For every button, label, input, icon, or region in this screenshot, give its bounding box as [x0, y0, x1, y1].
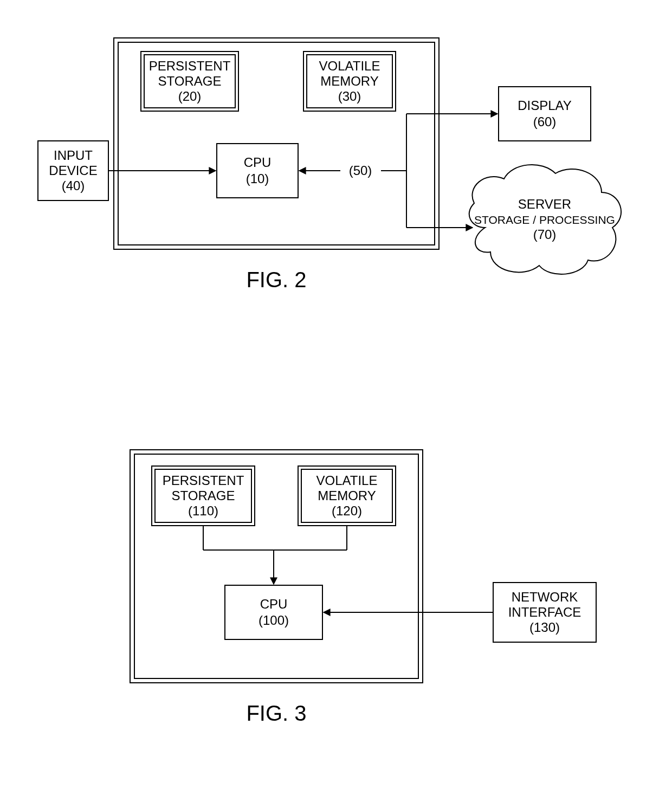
fig2-cpu-l2: (10) [246, 171, 269, 186]
fig2-link-label: (50) [349, 163, 372, 178]
fig2-display: DISPLAY (60) [499, 87, 591, 141]
fig2-id-l3: (40) [62, 178, 85, 193]
fig2-sv-l3: (70) [533, 227, 557, 242]
fig3-ps-l1: PERSISTENT [163, 473, 244, 488]
fig2-ps-l3: (20) [178, 89, 202, 104]
fig3-ni-l2: INTERFACE [508, 605, 581, 619]
svg-rect-6 [499, 87, 591, 141]
fig3-ni-l1: NETWORK [512, 590, 578, 604]
fig2-server-cloud: SERVER STORAGE / PROCESSING (70) [469, 165, 621, 274]
fig3-vm-l1: VOLATILE [316, 473, 378, 488]
fig2-volatile-memory: VOLATILE MEMORY (30) [303, 51, 396, 111]
fig2-dp-l1: DISPLAY [518, 98, 572, 113]
fig2-dp-l2: (60) [533, 114, 557, 129]
fig3-vm-l3: (120) [332, 503, 362, 518]
fig3-vm-l2: MEMORY [318, 488, 376, 503]
fig3-group: PERSISTENT STORAGE (110) VOLATILE MEMORY… [130, 450, 596, 725]
fig2-vm-l1: VOLATILE [319, 59, 380, 73]
fig2-input-device: INPUT DEVICE (40) [38, 141, 108, 201]
fig2-sv-l2: STORAGE / PROCESSING [474, 214, 615, 226]
fig2-cpu-l1: CPU [244, 155, 272, 170]
fig2-ps-l2: STORAGE [158, 74, 222, 88]
fig3-network-interface: NETWORK INTERFACE (130) [493, 583, 596, 642]
fig3-ps-l2: STORAGE [172, 488, 235, 503]
fig3-caption: FIG. 3 [246, 701, 306, 725]
fig3-ps-l3: (110) [188, 503, 218, 518]
fig3-persistent-storage: PERSISTENT STORAGE (110) [152, 466, 255, 526]
fig2-cpu: CPU (10) [217, 144, 298, 198]
fig2-id-l2: DEVICE [49, 163, 97, 178]
fig3-cpu-l2: (100) [259, 613, 289, 628]
fig2-id-l1: INPUT [54, 148, 93, 163]
fig3-ni-l3: (130) [529, 620, 560, 635]
fig3-volatile-memory: VOLATILE MEMORY (120) [298, 466, 396, 526]
fig2-persistent-storage: PERSISTENT STORAGE (20) [141, 51, 238, 111]
fig2-group: PERSISTENT STORAGE (20) VOLATILE MEMORY … [38, 38, 621, 292]
fig2-caption: FIG. 2 [246, 268, 306, 292]
svg-rect-4 [217, 144, 298, 198]
fig2-ps-l1: PERSISTENT [149, 59, 231, 73]
fig2-sv-l1: SERVER [518, 197, 571, 211]
fig2-vm-l2: MEMORY [320, 74, 379, 88]
svg-rect-11 [225, 585, 322, 639]
fig2-vm-l3: (30) [338, 89, 361, 104]
fig3-cpu: CPU (100) [225, 585, 322, 639]
fig3-cpu-l1: CPU [260, 597, 288, 611]
